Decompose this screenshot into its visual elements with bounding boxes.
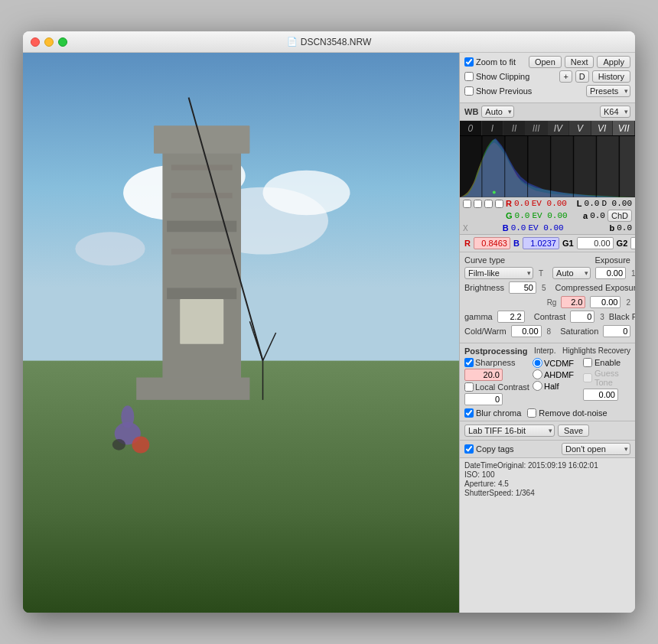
presets-select[interactable]: Presets — [586, 85, 630, 97]
open-button[interactable]: Open — [529, 56, 562, 68]
dont-open-select[interactable]: Don't open — [562, 443, 630, 455]
close-button[interactable] — [31, 37, 40, 47]
next-button[interactable]: Next — [565, 56, 594, 68]
sharpness-label: Sharpness — [475, 358, 516, 367]
show-previous-input[interactable] — [464, 86, 474, 96]
b-channel-check[interactable] — [484, 200, 493, 208]
zoom-to-fit-input[interactable] — [464, 57, 474, 67]
curve-type-wrapper[interactable]: Film-like — [464, 267, 533, 279]
vcdmf-radio[interactable] — [533, 358, 542, 368]
r-channel-input[interactable] — [474, 237, 510, 249]
enable-checkbox[interactable]: Enable — [583, 358, 630, 367]
guess-tone-checkbox[interactable]: Guess Tone — [583, 369, 630, 387]
highlights-input[interactable] — [583, 389, 618, 401]
exposure-mode-wrapper[interactable]: Auto — [552, 267, 591, 279]
exposure-input[interactable] — [595, 267, 626, 279]
minimize-button[interactable] — [44, 37, 54, 47]
show-clipping-input[interactable] — [464, 72, 474, 81]
rg-label: Rg — [547, 298, 557, 307]
gamma-label: gamma — [464, 312, 493, 321]
svg-rect-31 — [597, 136, 619, 197]
maximize-button[interactable] — [58, 37, 67, 47]
zone-2: II — [503, 121, 526, 135]
exposure-mode-select[interactable]: Auto — [552, 267, 591, 279]
half-option[interactable]: Half — [533, 381, 580, 391]
remove-dot-noise-input[interactable] — [527, 408, 536, 418]
photo-display — [23, 53, 459, 613]
vcdmf-option[interactable]: VCDMF — [533, 358, 580, 368]
svg-rect-8 — [154, 125, 249, 154]
local-contrast-input[interactable] — [464, 393, 503, 405]
l-channel-check[interactable] — [495, 200, 503, 208]
svg-point-22 — [112, 439, 125, 450]
r-ch-label: R — [464, 239, 471, 248]
wb-preset-select[interactable]: K64 — [600, 106, 630, 118]
wb-mode-wrapper[interactable]: Auto — [481, 106, 514, 118]
copy-tags-input[interactable] — [464, 444, 474, 454]
svg-rect-11 — [171, 164, 233, 170]
g-channel-check[interactable] — [474, 200, 482, 208]
g1-channel-input[interactable] — [577, 237, 614, 249]
wb-preset-wrapper[interactable]: K64 — [600, 106, 630, 118]
zone-4: IV — [548, 121, 570, 135]
g-label: G — [506, 211, 513, 220]
curve-type-select[interactable]: Film-like — [464, 267, 533, 279]
save-button[interactable]: Save — [558, 424, 589, 437]
half-radio[interactable] — [533, 381, 542, 391]
g2-channel-input[interactable] — [630, 237, 635, 249]
shutter-line: ShutterSpeed: 1/364 — [464, 489, 630, 497]
format-wrapper[interactable]: Lab TIFF 16-bit — [464, 424, 555, 437]
content-area: Zoom to fit Open Next Apply Show Clippin… — [23, 53, 635, 613]
datetime-line: DateTimeOriginal: 2015:09:19 16:02:01 — [464, 461, 630, 470]
remove-dot-noise-checkbox[interactable]: Remove dot-noise — [527, 408, 607, 418]
d-button[interactable]: D — [575, 70, 589, 83]
zoom-to-fit-checkbox[interactable]: Zoom to fit — [464, 57, 516, 67]
presets-wrapper[interactable]: Presets — [586, 85, 630, 97]
ahdmf-radio[interactable] — [533, 369, 542, 379]
contrast-input[interactable] — [570, 311, 594, 323]
svg-rect-29 — [551, 136, 573, 197]
comp-superscript: 2 — [626, 298, 630, 307]
b2-val: 0.0 — [617, 223, 632, 233]
blur-chroma-input[interactable] — [464, 408, 474, 418]
blur-chroma-checkbox[interactable]: Blur chroma — [464, 408, 521, 418]
svg-rect-14 — [180, 299, 223, 344]
show-previous-checkbox[interactable]: Show Previous — [464, 86, 532, 96]
cold-warm-label: Cold/Warm — [464, 327, 507, 336]
sharpness-input[interactable] — [464, 369, 503, 381]
wb-label: WB — [464, 107, 478, 116]
brightness-label: Brightness — [464, 283, 504, 292]
rg-input[interactable] — [561, 296, 585, 308]
copy-tags-checkbox[interactable]: Copy tags — [464, 444, 514, 454]
cold-warm-input[interactable] — [511, 325, 542, 337]
zone-5: V — [569, 121, 591, 135]
svg-rect-7 — [162, 137, 241, 389]
svg-rect-23 — [136, 378, 249, 400]
sharpness-check[interactable] — [464, 358, 474, 367]
svg-point-6 — [75, 232, 145, 265]
r-val: 0.0 — [514, 199, 529, 208]
apply-button[interactable]: Apply — [597, 56, 630, 68]
history-button[interactable]: History — [592, 70, 630, 83]
b-ev: EV 0.00 — [528, 223, 563, 233]
black-point-label: Black Point — [609, 312, 635, 321]
enable-input[interactable] — [583, 358, 592, 367]
ahdmf-option[interactable]: AHDMF — [533, 369, 580, 379]
gamma-input[interactable] — [497, 311, 525, 323]
exposure-superscript: 1 — [631, 269, 635, 278]
r-channel-check[interactable] — [463, 200, 471, 208]
chd-button[interactable]: ChD — [608, 210, 632, 222]
b-channel-input[interactable] — [523, 237, 559, 249]
plus-button[interactable]: + — [559, 70, 572, 83]
saturation-input[interactable] — [603, 325, 630, 337]
show-clipping-checkbox[interactable]: Show Clipping — [464, 72, 529, 81]
dont-open-wrapper[interactable]: Don't open — [562, 443, 630, 455]
format-select[interactable]: Lab TIFF 16-bit — [464, 424, 555, 437]
local-contrast-check[interactable] — [464, 382, 474, 392]
a-val: 0.0 — [590, 211, 605, 220]
histogram-svg — [460, 136, 635, 197]
wb-mode-select[interactable]: Auto — [481, 106, 514, 118]
svg-rect-30 — [574, 136, 596, 197]
brightness-input[interactable] — [509, 281, 536, 294]
compressed-input[interactable] — [590, 296, 621, 308]
